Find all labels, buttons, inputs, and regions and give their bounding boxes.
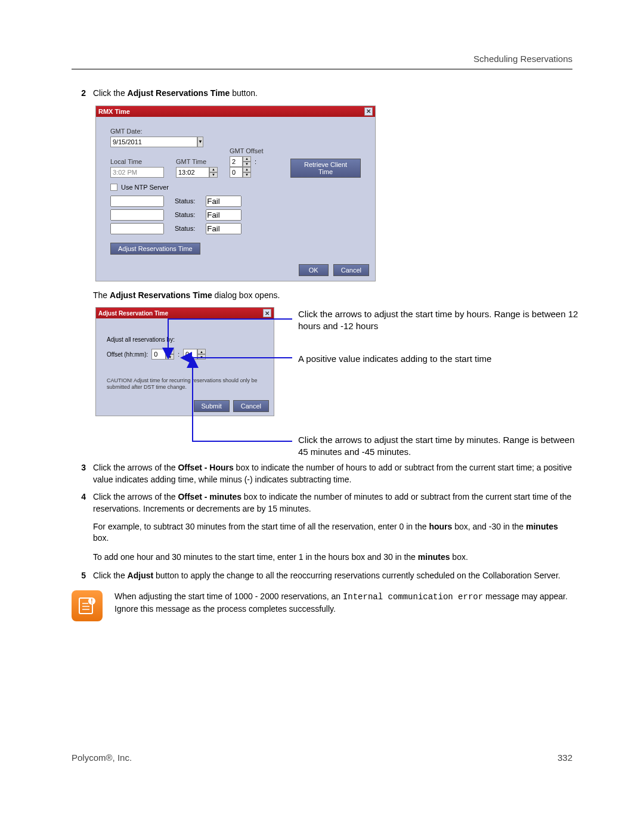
bold-text: Offset - minutes xyxy=(178,492,242,501)
close-icon[interactable]: ✕ xyxy=(364,107,373,116)
offset-label: Offset (hh:mm): xyxy=(107,351,148,358)
mono-text: Internal communication error xyxy=(343,592,483,602)
ntp-status-field xyxy=(206,223,242,234)
colon-text: : xyxy=(178,351,179,358)
status-label: Status: xyxy=(175,211,195,218)
annotation-minutes: Click the arrows to adjust the start tim… xyxy=(298,434,584,459)
adjust-reservations-time-button[interactable]: Adjust Reservations Time xyxy=(110,243,200,255)
ntp-server-field xyxy=(110,223,164,234)
intro-line-2: The Adjust Reservations Time dialog box … xyxy=(72,290,572,302)
step-4: 4 Click the arrows of the Offset - minut… xyxy=(72,491,572,515)
text: The xyxy=(93,290,110,300)
text: Click the xyxy=(93,88,128,98)
status-label: Status: xyxy=(175,197,195,205)
gmt-offset-label: GMT Offset xyxy=(230,147,278,154)
svg-text:!: ! xyxy=(91,598,92,605)
dropdown-icon[interactable]: ▼ xyxy=(197,137,203,147)
page-header-section: Scheduling Reservations xyxy=(72,54,572,64)
step-text: Click the Adjust Reservations Time butto… xyxy=(93,88,572,100)
retrieve-client-time-button[interactable]: Retrieve Client Time xyxy=(290,159,361,178)
text: Click the xyxy=(93,571,128,580)
colon-text: : xyxy=(255,158,256,165)
spin-down-icon[interactable]: ▼ xyxy=(209,172,218,178)
bold-text: Adjust Reservations Time xyxy=(110,290,212,300)
ntp-server-field xyxy=(110,196,164,207)
local-time-field xyxy=(110,167,164,178)
ntp-status-field xyxy=(206,209,242,221)
note-box: ! When adjusting the start time of 1000 … xyxy=(72,590,572,621)
step-5: 5 Click the Adjust button to apply the c… xyxy=(72,570,572,582)
text: button. xyxy=(230,88,258,98)
spin-down-icon[interactable]: ▼ xyxy=(243,172,251,178)
close-icon[interactable]: ✕ xyxy=(263,309,271,317)
spin-up-icon[interactable]: ▲ xyxy=(243,156,251,162)
text: Click the arrows of the xyxy=(93,463,178,472)
step-number: 3 xyxy=(72,463,93,472)
spin-down-icon[interactable]: ▼ xyxy=(197,354,206,360)
spin-up-icon[interactable]: ▲ xyxy=(209,167,218,172)
use-ntp-label: Use NTP Server xyxy=(121,184,169,191)
submit-button[interactable]: Submit xyxy=(194,400,230,412)
footer-company: Polycom®, Inc. xyxy=(72,753,132,763)
step-text: Click the arrows of the Offset - Hours b… xyxy=(93,462,572,485)
ntp-server-field xyxy=(110,209,164,221)
step-3: 3 Click the arrows of the Offset - Hours… xyxy=(72,462,572,485)
offset-hours-field[interactable] xyxy=(151,349,166,360)
ok-button[interactable]: OK xyxy=(299,264,329,276)
step-number: 4 xyxy=(72,492,93,501)
gmt-time-field[interactable] xyxy=(176,167,209,178)
adjust-reservation-time-dialog: Adjust Reservation Time ✕ Adjust all res… xyxy=(95,307,274,416)
step-number: 2 xyxy=(72,88,93,98)
text: button to apply the change to all the re… xyxy=(153,571,561,580)
gmt-date-field[interactable] xyxy=(110,137,197,147)
spin-up-icon[interactable]: ▲ xyxy=(197,349,206,354)
note-icon: ! xyxy=(72,590,103,621)
text: box. xyxy=(93,533,109,543)
footer-page-number: 332 xyxy=(558,753,572,763)
use-ntp-checkbox[interactable] xyxy=(110,184,117,191)
bold-text: Adjust xyxy=(128,571,154,580)
status-label: Status: xyxy=(175,225,195,232)
header-rule xyxy=(72,69,572,70)
gmt-date-label: GMT Date: xyxy=(110,128,361,135)
note-text: When adjusting the start time of 1000 - … xyxy=(114,590,572,615)
dialog-title: Adjust Reservation Time xyxy=(98,310,168,317)
bold-text: Offset - Hours xyxy=(178,463,233,472)
dialog-title: RMX Time xyxy=(98,108,130,115)
annotation-hours: Click the arrows to adjust the start tim… xyxy=(298,308,584,333)
text: To add one hour and 30 minutes to the st… xyxy=(93,552,418,562)
step-2: 2 Click the Adjust Reservations Time but… xyxy=(72,88,572,100)
step-text: Click the arrows of the Offset - minutes… xyxy=(93,491,572,515)
gmt-offset-hours-field[interactable] xyxy=(230,156,243,167)
step-number: 5 xyxy=(72,571,93,580)
spin-down-icon[interactable]: ▼ xyxy=(243,162,251,167)
bold-text: minutes xyxy=(418,552,450,562)
rmx-time-dialog: RMX Time ✕ GMT Date: ▼ Local Time GMT Ti… xyxy=(95,106,376,281)
annotation-positive: A positive value indicates adding to the… xyxy=(298,353,584,365)
ntp-status-field xyxy=(206,196,242,207)
bold-text: hours xyxy=(429,522,452,531)
text: box, and -30 in the xyxy=(452,522,526,531)
spin-down-icon[interactable]: ▼ xyxy=(166,354,174,360)
gmt-time-label: GMT Time xyxy=(176,158,218,165)
adjust-heading: Adjust all reservations by: xyxy=(107,336,263,343)
text: box. xyxy=(450,552,467,562)
text: When adjusting the start time of 1000 - … xyxy=(114,592,343,601)
dialog-titlebar: Adjust Reservation Time ✕ xyxy=(96,308,274,318)
offset-minutes-field[interactable] xyxy=(183,349,197,360)
text: For example, to subtract 30 minutes from… xyxy=(93,522,429,531)
dialog-titlebar: RMX Time ✕ xyxy=(96,106,375,117)
spin-up-icon[interactable]: ▲ xyxy=(166,349,174,354)
step-text: Click the Adjust button to apply the cha… xyxy=(93,570,572,582)
text: dialog box opens. xyxy=(212,290,280,300)
paragraph-example: For example, to subtract 30 minutes from… xyxy=(93,521,572,544)
gmt-offset-min-field[interactable] xyxy=(230,167,243,178)
paragraph-add: To add one hour and 30 minutes to the st… xyxy=(93,552,572,563)
spin-up-icon[interactable]: ▲ xyxy=(243,167,251,172)
bold-text: minutes xyxy=(526,522,558,531)
bold-text: Adjust Reservations Time xyxy=(128,88,230,98)
cancel-button[interactable]: Cancel xyxy=(333,264,369,276)
cancel-button[interactable]: Cancel xyxy=(233,400,269,412)
caution-text: CAUTION! Adjust time for recurring reser… xyxy=(107,377,263,391)
local-time-label: Local Time xyxy=(110,158,164,165)
